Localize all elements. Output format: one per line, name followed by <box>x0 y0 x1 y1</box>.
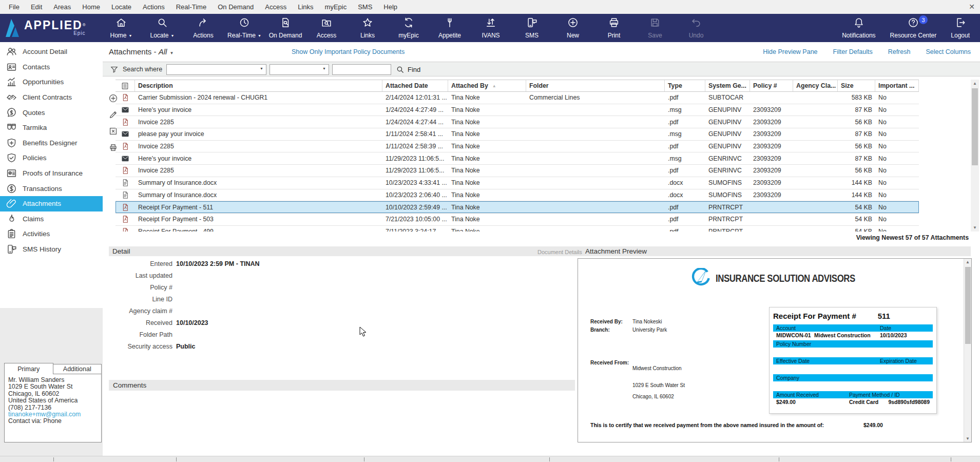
sidebar-item-quotes[interactable]: Quotes <box>0 105 103 120</box>
toolbar-button-sms[interactable]: SMS <box>511 14 552 42</box>
tab-additional[interactable]: Additional <box>53 364 102 374</box>
header-link-filter-defaults[interactable]: Filter Defaults <box>833 48 873 55</box>
chevron-down-icon[interactable]: ▼ <box>129 34 132 37</box>
sidebar-item-claims[interactable]: Claims <box>0 211 103 227</box>
toolbar-button-notifications[interactable]: Notifications <box>835 14 882 42</box>
table-row[interactable]: Invoice 22851/24/2024 4:27:44 ...Tina No… <box>116 116 919 128</box>
menu-item-areas[interactable]: Areas <box>48 0 76 14</box>
column-header-system-ge-[interactable]: System Ge... <box>705 80 750 91</box>
table-row[interactable]: Here's your invoice1/24/2024 4:27:49 ...… <box>116 104 919 117</box>
toolbar-button-resource-center[interactable]: 3Resource Center <box>883 14 944 42</box>
sidebar-item-transactions[interactable]: Transactions <box>0 181 103 196</box>
column-header-attached-date[interactable]: Attached Date <box>382 80 448 91</box>
table-row[interactable]: Summary of Insurance.docx10/23/2023 4:33… <box>116 177 919 189</box>
menu-item-home[interactable]: Home <box>76 0 106 14</box>
toolbar-button-on-demand[interactable]: On Demand <box>265 14 306 42</box>
toolbar-button-actions[interactable]: Actions <box>183 14 224 42</box>
scroll-up-icon[interactable]: ▲ <box>971 80 979 87</box>
table-cell: 54 KB <box>838 204 875 211</box>
table-row[interactable]: please pay your invoice1/11/2024 2:58:41… <box>116 128 919 141</box>
toolbar-button-logout[interactable]: Logout <box>944 14 977 42</box>
sidebar-item-policies[interactable]: Policies <box>0 150 103 166</box>
table-row[interactable]: Receipt For Payment - 51110/10/2023 2:59… <box>116 201 919 214</box>
menu-item-myepic[interactable]: myEpic <box>319 0 353 14</box>
tab-primary[interactable]: Primary <box>4 363 53 374</box>
table-row[interactable]: Carrier Submission - 2024 renewal - CHUG… <box>116 92 919 104</box>
column-header-size[interactable]: Size <box>838 80 875 91</box>
chevron-down-icon[interactable]: ▼ <box>169 51 174 55</box>
column-header-description[interactable]: Description <box>135 80 382 91</box>
sidebar-item-attachments[interactable]: Attachments <box>0 196 103 211</box>
menu-item-edit[interactable]: Edit <box>25 0 48 14</box>
phone-chat-icon <box>526 17 537 30</box>
menu-item-on-demand[interactable]: On Demand <box>212 0 259 14</box>
find-search-icon[interactable] <box>396 65 405 74</box>
table-row[interactable]: Invoice 22851/11/2024 2:58:39 ...Tina No… <box>116 141 919 153</box>
sidebar-item-opportunities[interactable]: Opportunities <box>0 74 103 90</box>
table-row[interactable]: Receipt For Payment - 5037/21/2023 10:05… <box>116 214 919 226</box>
column-header-folder[interactable]: Folder <box>526 80 665 91</box>
column-header-attached-by[interactable]: Attached By▲ <box>448 80 526 91</box>
toolbar-button-myepic[interactable]: myEpic <box>388 14 429 42</box>
preview-scroll-down-icon[interactable]: ▼ <box>964 436 971 441</box>
toolbar-button-ivans[interactable]: IVANS <box>470 14 511 42</box>
sidebar-item-label: Transactions <box>23 185 62 192</box>
table-row[interactable]: Here's your invoice11/29/2023 11:06:5...… <box>116 152 919 165</box>
sidebar-item-benefits-designer[interactable]: Benefits Designer <box>0 136 103 151</box>
column-header-agency-cla-[interactable]: Agency Cla... <box>793 80 838 91</box>
toolbar-button-access[interactable]: Access <box>306 14 347 42</box>
header-link-refresh[interactable]: Refresh <box>888 48 911 55</box>
preview-scroll-up-icon[interactable]: ▲ <box>964 260 971 264</box>
table-row[interactable]: Summary of Insurance.docx10/23/2023 2:06… <box>116 189 919 202</box>
search-field-select[interactable] <box>166 64 266 75</box>
search-operator-select[interactable] <box>270 64 329 75</box>
preview-scrollbar[interactable]: ▲ ▼ <box>964 259 971 442</box>
preview-scrollbar-thumb[interactable] <box>965 267 971 344</box>
toolbar-button-home[interactable]: Home▼ <box>101 14 142 42</box>
document-details-label[interactable]: Document Details <box>537 249 582 255</box>
scroll-down-icon[interactable]: ▼ <box>971 224 979 232</box>
menu-item-file[interactable]: File <box>3 0 25 14</box>
search-value-input[interactable] <box>332 64 391 75</box>
header-link-select-columns[interactable]: Select Columns <box>926 48 971 55</box>
chevron-down-icon[interactable]: ▼ <box>171 34 175 37</box>
bottom-splitter-bar[interactable] <box>0 456 980 462</box>
chevron-down-icon[interactable]: ▼ <box>258 34 261 37</box>
table-scrollbar[interactable]: ▲ ▼ <box>971 80 979 232</box>
contact-email-link[interactable]: tinanoke+mw@gmail.com <box>8 411 98 418</box>
header-link-hide-preview-pane[interactable]: Hide Preview Pane <box>763 48 817 55</box>
sidebar-item-sms-history[interactable]: SMS History <box>0 242 103 257</box>
menu-item-sms[interactable]: SMS <box>352 0 378 14</box>
column-header-important-[interactable]: Important ... <box>875 80 919 91</box>
sidebar-item-tarmika[interactable]: Tarmika <box>0 120 103 136</box>
toolbar-button-links[interactable]: Links <box>347 14 388 42</box>
menu-item-real-time[interactable]: Real-Time <box>170 0 212 14</box>
select-columns-icon[interactable] <box>116 80 135 91</box>
column-header-policy-[interactable]: Policy # <box>750 80 793 91</box>
menu-item-help[interactable]: Help <box>378 0 403 14</box>
table-row[interactable]: Invoice 228511/29/2023 11:06:5...Tina No… <box>116 165 919 177</box>
table-row[interactable]: Receipt For Payment - 4997/11/2023 3:24:… <box>116 226 919 232</box>
menu-item-links[interactable]: Links <box>292 0 319 14</box>
sidebar-item-proofs-of-insurance[interactable]: Proofs of Insurance <box>0 166 103 181</box>
toolbar-button-real-time[interactable]: Real-Time▼ <box>224 14 265 42</box>
menu-item-locate[interactable]: Locate <box>106 0 137 14</box>
toolbar-button-print[interactable]: Print <box>593 14 635 42</box>
close-icon[interactable]: ✕ <box>969 0 975 14</box>
toolbar-button-appetite[interactable]: Appetite <box>429 14 470 42</box>
menu-item-access[interactable]: Access <box>259 0 292 14</box>
menu-item-actions[interactable]: Actions <box>137 0 170 14</box>
column-header-type[interactable]: Type <box>665 80 705 91</box>
toolbar-button-locate[interactable]: Locate▼ <box>142 14 183 42</box>
show-important-link[interactable]: Show Only Important Policy Documents <box>292 48 405 55</box>
detail-field-value: Public <box>176 343 196 350</box>
sidebar-item-activities[interactable]: Activities <box>0 226 103 242</box>
question-circle-icon: 3 <box>908 17 919 30</box>
sidebar-item-account-detail[interactable]: Account Detail <box>0 44 103 60</box>
scrollbar-thumb[interactable] <box>972 88 978 165</box>
sidebar-item-client-contracts[interactable]: Client Contracts <box>0 90 103 105</box>
find-button[interactable]: Find <box>408 66 420 73</box>
toolbar-button-new[interactable]: New <box>552 14 593 42</box>
page-title[interactable]: Attachments - All▼ <box>109 47 174 56</box>
sidebar-item-contacts[interactable]: Contacts <box>0 60 103 75</box>
